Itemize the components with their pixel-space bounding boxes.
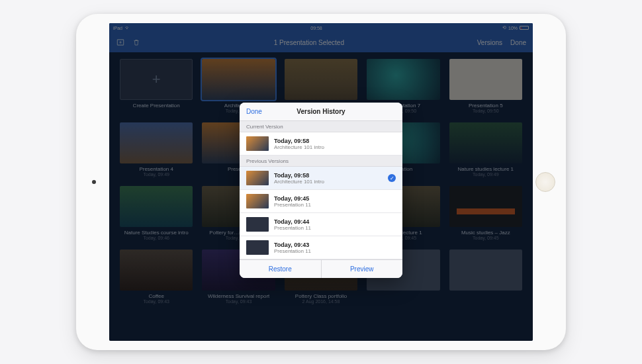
previous-version-row[interactable]: Today, 09:44Presentation 11 <box>240 213 402 236</box>
camera-dot <box>92 180 96 184</box>
screen: iPad ᯤ 09:58 ⟲ 10% 1 Prese <box>109 23 533 341</box>
version-time: Today, 09:43 <box>274 242 311 248</box>
previous-version-row[interactable]: Today, 09:58Architecture 101 intro✓ <box>240 167 402 190</box>
home-button[interactable] <box>535 172 555 192</box>
version-name: Presentation 11 <box>274 248 311 254</box>
ipad-frame: iPad ᯤ 09:58 ⟲ 10% 1 Prese <box>76 14 566 350</box>
version-time: Today, 09:45 <box>274 195 311 202</box>
popover-title: Version History <box>246 108 396 115</box>
version-history-popover: Done Version History Current Version Tod… <box>240 103 402 278</box>
previous-version-row[interactable]: Today, 09:43Presentation 11 <box>240 236 402 259</box>
checkmark-icon: ✓ <box>388 174 396 182</box>
version-time: Today, 09:58 <box>274 138 324 144</box>
previous-version-row[interactable]: Today, 09:45Presentation 11 <box>240 190 402 213</box>
current-version-row[interactable]: Today, 09:58 Architecture 101 intro <box>240 132 402 156</box>
preview-button[interactable]: Preview <box>322 260 403 278</box>
version-time: Today, 09:44 <box>274 218 311 225</box>
version-thumb <box>246 194 269 208</box>
version-name: Presentation 11 <box>274 225 311 231</box>
version-thumb <box>246 171 269 185</box>
previous-versions-label: Previous Versions <box>240 156 402 167</box>
version-name: Architecture 101 intro <box>274 144 324 150</box>
version-thumb <box>246 136 269 151</box>
version-thumb <box>246 217 269 232</box>
version-name: Architecture 101 intro <box>274 179 324 185</box>
version-thumb <box>246 240 269 255</box>
version-time: Today, 09:58 <box>274 172 324 179</box>
restore-button[interactable]: Restore <box>240 260 322 278</box>
popover-done-button[interactable]: Done <box>246 108 262 115</box>
current-version-label: Current Version <box>240 121 402 132</box>
version-name: Presentation 11 <box>274 202 311 208</box>
